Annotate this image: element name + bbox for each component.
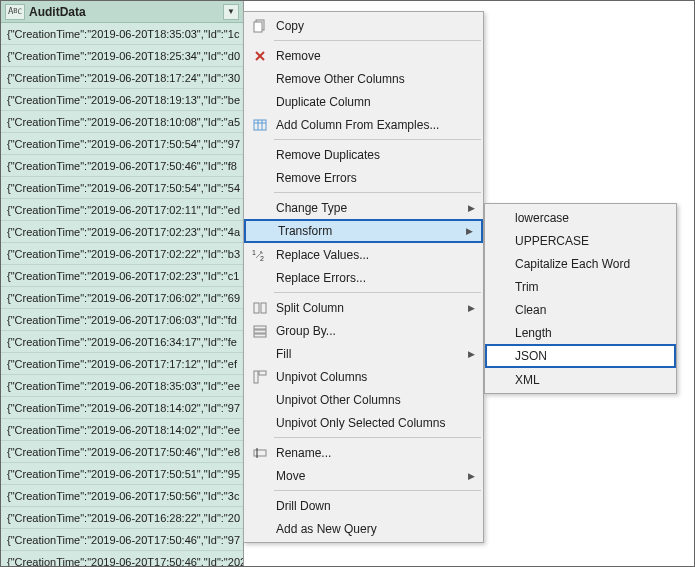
menu-unpivot-other-columns[interactable]: Unpivot Other Columns [244,388,483,411]
svg-rect-13 [254,330,266,333]
data-type-icon[interactable]: ABC [5,4,25,20]
menu-unpivot-only-selected[interactable]: Unpivot Only Selected Columns [244,411,483,434]
svg-rect-4 [254,120,266,130]
data-row[interactable]: {"CreationTime":"2019-06-20T17:02:23","I… [1,265,243,287]
data-row[interactable]: {"CreationTime":"2019-06-20T18:14:02","I… [1,397,243,419]
data-row[interactable]: {"CreationTime":"2019-06-20T18:35:03","I… [1,375,243,397]
menu-remove[interactable]: Remove [244,44,483,67]
submenu-lowercase[interactable]: lowercase [485,206,676,229]
submenu-xml[interactable]: XML [485,368,676,391]
submenu-clean[interactable]: Clean [485,298,676,321]
svg-rect-17 [254,450,266,456]
svg-text:2: 2 [260,255,264,262]
data-row[interactable]: {"CreationTime":"2019-06-20T17:50:46","I… [1,441,243,463]
menu-separator [274,40,481,41]
submenu-length[interactable]: Length [485,321,676,344]
data-row[interactable]: {"CreationTime":"2019-06-20T18:14:02","I… [1,419,243,441]
menu-remove-errors[interactable]: Remove Errors [244,166,483,189]
submenu-arrow-icon: ▶ [468,303,475,313]
menu-move[interactable]: Move ▶ [244,464,483,487]
data-row[interactable]: {"CreationTime":"2019-06-20T17:06:02","I… [1,287,243,309]
data-row[interactable]: {"CreationTime":"2019-06-20T17:02:11","I… [1,199,243,221]
data-row[interactable]: {"CreationTime":"2019-06-20T18:17:24","I… [1,67,243,89]
menu-split-column[interactable]: Split Column ▶ [244,296,483,319]
table-icon [248,116,272,134]
data-row[interactable]: {"CreationTime":"2019-06-20T17:02:22","I… [1,243,243,265]
menu-group-by[interactable]: Group By... [244,319,483,342]
remove-icon [248,47,272,65]
menu-separator [274,292,481,293]
submenu-arrow-icon: ▶ [466,226,473,236]
data-row[interactable]: {"CreationTime":"2019-06-20T17:50:46","I… [1,155,243,177]
data-row[interactable]: {"CreationTime":"2019-06-20T17:50:56","I… [1,485,243,507]
data-row[interactable]: {"CreationTime":"2019-06-20T17:50:46","I… [1,529,243,551]
svg-rect-16 [259,371,266,375]
context-menu: Copy Remove Remove Other Columns Duplica… [243,11,484,543]
menu-remove-duplicates[interactable]: Remove Duplicates [244,143,483,166]
svg-rect-14 [254,334,266,337]
unpivot-icon [248,368,272,386]
menu-change-type[interactable]: Change Type ▶ [244,196,483,219]
svg-rect-11 [261,303,266,313]
copy-icon [248,17,272,35]
column-dropdown-button[interactable]: ▼ [223,4,239,20]
menu-separator [274,490,481,491]
split-icon [248,299,272,317]
submenu-capitalize[interactable]: Capitalize Each Word [485,252,676,275]
menu-add-as-new-query[interactable]: Add as New Query [244,517,483,540]
menu-fill[interactable]: Fill ▶ [244,342,483,365]
data-row[interactable]: {"CreationTime":"2019-06-20T17:50:54","I… [1,133,243,155]
submenu-arrow-icon: ▶ [468,349,475,359]
submenu-uppercase[interactable]: UPPERCASE [485,229,676,252]
menu-duplicate-column[interactable]: Duplicate Column [244,90,483,113]
menu-replace-values[interactable]: 12 Replace Values... [244,243,483,266]
data-row[interactable]: {"CreationTime":"2019-06-20T18:25:34","I… [1,45,243,67]
data-row[interactable]: {"CreationTime":"2019-06-20T17:50:46","I… [1,551,243,567]
submenu-arrow-icon: ▶ [468,203,475,213]
data-row[interactable]: {"CreationTime":"2019-06-20T17:17:12","I… [1,353,243,375]
svg-rect-15 [254,371,258,383]
svg-rect-12 [254,326,266,329]
menu-transform[interactable]: Transform ▶ [244,219,483,243]
menu-add-column-from-examples[interactable]: Add Column From Examples... [244,113,483,136]
data-row[interactable]: {"CreationTime":"2019-06-20T18:10:08","I… [1,111,243,133]
menu-drill-down[interactable]: Drill Down [244,494,483,517]
svg-rect-10 [254,303,259,313]
menu-replace-errors[interactable]: Replace Errors... [244,266,483,289]
data-row[interactable]: {"CreationTime":"2019-06-20T16:28:22","I… [1,507,243,529]
column-title: AuditData [29,5,223,19]
column-rows: {"CreationTime":"2019-06-20T18:35:03","I… [1,23,243,567]
data-row[interactable]: {"CreationTime":"2019-06-20T17:06:03","I… [1,309,243,331]
data-row[interactable]: {"CreationTime":"2019-06-20T17:50:51","I… [1,463,243,485]
data-row[interactable]: {"CreationTime":"2019-06-20T18:19:13","I… [1,89,243,111]
data-row[interactable]: {"CreationTime":"2019-06-20T16:34:17","I… [1,331,243,353]
menu-separator [274,437,481,438]
svg-rect-1 [254,22,262,32]
replace-icon: 12 [248,246,272,264]
column-header[interactable]: ABC AuditData ▼ [1,1,243,23]
menu-rename[interactable]: Rename... [244,441,483,464]
data-row[interactable]: {"CreationTime":"2019-06-20T18:35:03","I… [1,23,243,45]
submenu-json[interactable]: JSON [485,344,676,368]
menu-separator [274,139,481,140]
data-row[interactable]: {"CreationTime":"2019-06-20T17:02:23","I… [1,221,243,243]
transform-submenu: lowercase UPPERCASE Capitalize Each Word… [484,203,677,394]
submenu-arrow-icon: ▶ [468,471,475,481]
svg-text:1: 1 [252,249,256,256]
group-icon [248,322,272,340]
rename-icon [248,444,272,462]
menu-copy[interactable]: Copy [244,14,483,37]
menu-separator [274,192,481,193]
menu-unpivot-columns[interactable]: Unpivot Columns [244,365,483,388]
menu-remove-other-columns[interactable]: Remove Other Columns [244,67,483,90]
data-row[interactable]: {"CreationTime":"2019-06-20T17:50:54","I… [1,177,243,199]
submenu-trim[interactable]: Trim [485,275,676,298]
column: ABC AuditData ▼ {"CreationTime":"2019-06… [1,1,244,566]
